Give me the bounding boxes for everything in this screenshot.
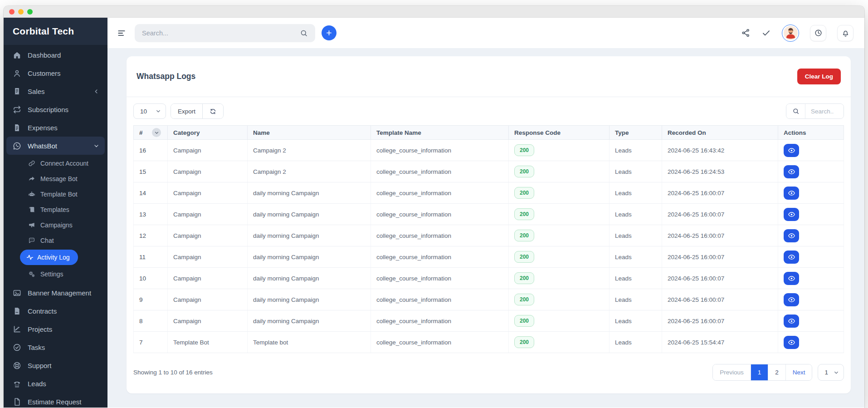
- share-icon[interactable]: [741, 28, 751, 38]
- cell-id: 16: [134, 140, 168, 161]
- column-header-num: #: [134, 126, 168, 140]
- close-button[interactable]: [9, 9, 15, 15]
- cell-id: 7: [134, 332, 168, 353]
- cell-type: Leads: [610, 182, 662, 204]
- sidebar-subitem-chat[interactable]: Chat: [4, 233, 107, 248]
- response-code-badge: 200: [514, 315, 534, 327]
- history-button[interactable]: [810, 25, 826, 41]
- sidebar-subitem-label: Activity Log: [37, 254, 70, 261]
- view-button[interactable]: [784, 272, 799, 285]
- sidebar-item-tasks[interactable]: Tasks: [4, 338, 107, 356]
- sidebar-item-label: Banner Management: [28, 289, 91, 297]
- sidebar-subitem-label: Campaigns: [40, 221, 73, 229]
- sidebar-item-customers[interactable]: Customers: [4, 64, 107, 82]
- cell-type: Leads: [610, 140, 662, 161]
- response-code-badge: 200: [514, 294, 534, 305]
- table-search-button[interactable]: [786, 104, 805, 118]
- view-button[interactable]: [784, 251, 799, 264]
- receipt-icon: [13, 87, 21, 96]
- export-button[interactable]: Export: [171, 104, 202, 118]
- hamburger-icon: [117, 29, 126, 38]
- sidebar-item-contracts[interactable]: Contracts: [4, 302, 107, 320]
- cell-recorded-on: 2024-06-25 16:00:07: [662, 204, 778, 225]
- sidebar-item-projects[interactable]: Projects: [4, 320, 107, 338]
- view-button[interactable]: [784, 336, 799, 349]
- sidebar-subitem-template-bot[interactable]: Template Bot: [4, 187, 107, 202]
- phone-icon: [13, 379, 21, 388]
- sidebar-item-sales[interactable]: Sales: [4, 82, 107, 100]
- zoom-button[interactable]: [27, 9, 33, 15]
- minimize-button[interactable]: [18, 9, 24, 15]
- pagination-page-2[interactable]: 2: [768, 364, 785, 380]
- cell-template-name: college_course_information: [371, 332, 509, 353]
- sidebar-item-subscriptions[interactable]: Subscriptions: [4, 100, 107, 118]
- sidebar-item-leads[interactable]: Leads: [4, 374, 107, 393]
- sidebar-item-banner-management[interactable]: Banner Management: [4, 284, 107, 302]
- view-button[interactable]: [784, 229, 799, 242]
- sidebar-item-whatsbot[interactable]: WhatsBot: [6, 137, 105, 155]
- sidebar-subitem-message-bot[interactable]: Message Bot: [4, 171, 107, 187]
- topbar-actions: [741, 25, 853, 42]
- sidebar-subitem-label: Connect Account: [40, 160, 88, 167]
- eye-icon: [788, 232, 795, 240]
- sidebar-item-dashboard[interactable]: Dashboard: [4, 46, 107, 64]
- search-icon: [300, 29, 308, 37]
- sidebar-subitem-activity-log[interactable]: Activity Log: [20, 250, 78, 265]
- cell-name: Campaign 2: [248, 161, 371, 182]
- pagination-page-1[interactable]: 1: [751, 364, 768, 380]
- table-search-input[interactable]: [805, 104, 844, 118]
- cell-recorded-on: 2024-06-25 16:00:07: [662, 182, 778, 204]
- sidebar-item-label: Support: [28, 362, 52, 369]
- response-code-badge: 200: [514, 144, 534, 156]
- column-header-category: Category: [168, 126, 248, 140]
- cell-id: 13: [134, 204, 168, 225]
- cell-id: 11: [134, 246, 168, 268]
- sidebar-subitem-settings[interactable]: Settings: [4, 266, 107, 282]
- cell-recorded-on: 2024-06-25 15:54:47: [662, 332, 778, 353]
- sidebar-subitem-templates[interactable]: Templates: [4, 202, 107, 217]
- cell-id: 14: [134, 182, 168, 204]
- pagination-previous[interactable]: Previous: [713, 364, 751, 380]
- column-header-template-name: Template Name: [371, 126, 509, 140]
- check-icon[interactable]: [761, 28, 771, 38]
- user-avatar[interactable]: [782, 25, 799, 42]
- page-size-select[interactable]: 10: [133, 103, 166, 119]
- view-button[interactable]: [784, 187, 799, 200]
- menu-toggle-button[interactable]: [115, 26, 128, 40]
- link-icon: [28, 160, 35, 167]
- cell-actions: [778, 289, 844, 310]
- view-button[interactable]: [784, 165, 799, 178]
- pagination-next[interactable]: Next: [785, 364, 812, 380]
- view-button[interactable]: [784, 315, 799, 328]
- sidebar-item-support[interactable]: Support: [4, 356, 107, 374]
- cell-id: 12: [134, 225, 168, 246]
- cell-category: Campaign: [168, 310, 248, 332]
- add-button[interactable]: [322, 25, 336, 40]
- cell-type: Leads: [610, 246, 662, 268]
- cell-type: Leads: [610, 310, 662, 332]
- page-jump-value: 1: [824, 369, 828, 376]
- sidebar-item-expenses[interactable]: Expenses: [4, 118, 107, 137]
- cell-actions: [778, 140, 844, 161]
- global-search-input[interactable]: [142, 29, 295, 37]
- sidebar-item-estimate-request[interactable]: Estimate Request: [4, 393, 107, 408]
- sidebar-subitem-connect-account[interactable]: Connect Account: [4, 156, 107, 171]
- response-code-badge: 200: [514, 187, 534, 199]
- notifications-button[interactable]: [837, 25, 853, 41]
- cell-template-name: college_course_information: [371, 268, 509, 289]
- column-sort-button[interactable]: [152, 128, 161, 137]
- sidebar-subitem-campaigns[interactable]: Campaigns: [4, 217, 107, 233]
- cell-id: 10: [134, 268, 168, 289]
- cell-actions: [778, 225, 844, 246]
- search-icon: [792, 108, 800, 115]
- clear-log-button[interactable]: Clear Log: [797, 69, 841, 84]
- view-button[interactable]: [784, 293, 799, 306]
- view-button[interactable]: [784, 144, 799, 157]
- lifebuoy-icon: [13, 361, 21, 370]
- page-jump-select[interactable]: 1: [818, 364, 844, 381]
- sidebar-item-label: Projects: [28, 325, 52, 333]
- refresh-button[interactable]: [202, 104, 223, 118]
- column-header-label: #: [139, 129, 143, 136]
- cell-response-code: 200: [509, 268, 610, 289]
- view-button[interactable]: [784, 208, 799, 221]
